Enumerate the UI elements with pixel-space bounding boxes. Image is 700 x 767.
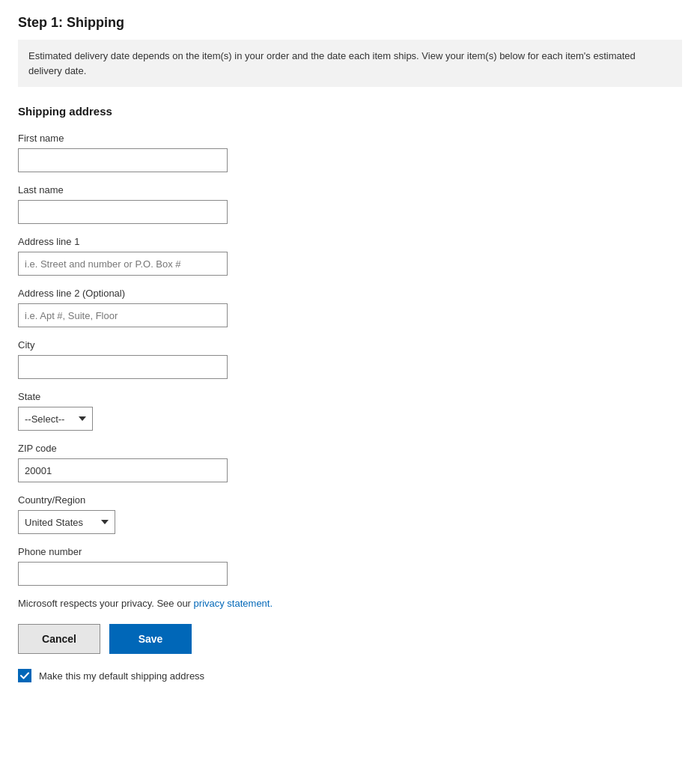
phone-input[interactable] [18,562,228,586]
address2-group: Address line 2 (Optional) [18,288,682,327]
info-banner: Estimated delivery date depends on the i… [18,40,682,87]
address1-label: Address line 1 [18,236,682,247]
zip-label: ZIP code [18,443,682,454]
default-address-checkbox[interactable] [18,669,31,682]
address1-group: Address line 1 [18,236,682,276]
last-name-input[interactable] [18,200,228,224]
page-title: Step 1: Shipping [18,15,682,31]
state-select[interactable]: --Select-- Alabama Alaska Arizona Califo… [18,407,93,431]
first-name-group: First name [18,133,682,172]
section-title: Shipping address [18,105,682,118]
country-group: Country/Region United States Canada Mexi… [18,494,682,534]
zip-input[interactable] [18,458,228,482]
cancel-button[interactable]: Cancel [18,624,100,654]
save-button[interactable]: Save [109,624,192,654]
zip-group: ZIP code [18,443,682,482]
city-input[interactable] [18,355,228,379]
address2-input[interactable] [18,303,228,327]
first-name-label: First name [18,133,682,144]
last-name-group: Last name [18,184,682,224]
phone-label: Phone number [18,546,682,557]
phone-group: Phone number [18,546,682,586]
state-label: State [18,391,682,402]
address2-label: Address line 2 (Optional) [18,288,682,299]
button-row: Cancel Save [18,624,682,654]
first-name-input[interactable] [18,148,228,172]
city-label: City [18,339,682,351]
state-group: State --Select-- Alabama Alaska Arizona … [18,391,682,431]
country-label: Country/Region [18,494,682,506]
privacy-statement: Microsoft respects your privacy. See our… [18,598,682,609]
checkmark-icon [20,672,29,679]
default-address-label: Make this my default shipping address [39,670,204,682]
default-address-row: Make this my default shipping address [18,669,682,682]
last-name-label: Last name [18,184,682,195]
city-group: City [18,339,682,379]
address1-input[interactable] [18,252,228,276]
privacy-link[interactable]: privacy statement. [194,598,273,609]
country-select[interactable]: United States Canada Mexico United Kingd… [18,510,115,534]
privacy-text-before: Microsoft respects your privacy. See our [18,598,194,609]
